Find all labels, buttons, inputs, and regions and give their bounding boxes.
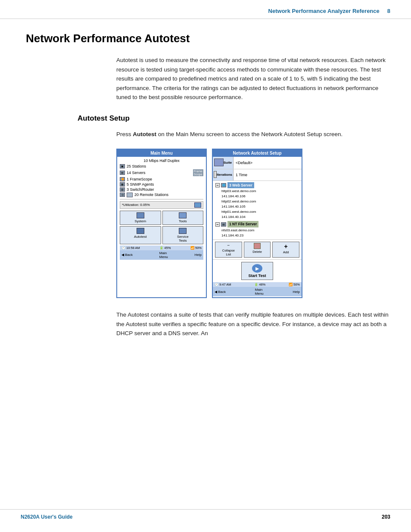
- add-button[interactable]: + Add: [272, 242, 299, 258]
- header-title: Network Performance Analyzer Reference: [268, 8, 380, 14]
- servers-label: 14 Servers: [127, 171, 146, 175]
- page-footer: N2620A User's Guide 203: [0, 509, 411, 520]
- header-page-number: 8: [387, 8, 390, 14]
- snmp-label: 5 SNMP Agents: [127, 182, 154, 187]
- iterations-label: Iterations: [213, 169, 234, 180]
- delete-icon: [254, 243, 261, 249]
- switch-row: ▥ 3 Switch/Router: [120, 187, 203, 192]
- nt-server-items: nfs03.east.demo.com 141.184.40.23: [215, 228, 299, 238]
- main-menu-btn[interactable]: MainMenu: [159, 251, 168, 259]
- web-server-item-3: http01.west.demo.com: [221, 209, 299, 215]
- system-icon: [137, 212, 144, 218]
- server-icon: ▤: [120, 171, 125, 175]
- web-server-icon: 🌐: [221, 183, 226, 187]
- add-icon: +: [273, 243, 299, 250]
- help-btn[interactable]: Help: [195, 253, 202, 257]
- main-menu-signal: 📶 50%: [190, 246, 202, 250]
- util-icon: [194, 202, 201, 208]
- remote-label: 20 Remote Stations: [134, 193, 168, 197]
- remote-monitor-icon: [127, 193, 133, 197]
- main-menu-nav: ◀ Back MainMenu Help: [120, 250, 203, 260]
- server-list: − 🌐 3 Web Server http03.west.demo.com 14…: [213, 181, 302, 240]
- setup-main-menu-btn[interactable]: MainMenu: [255, 288, 264, 296]
- divider1: [120, 199, 203, 199]
- body-text-bottom: The Autotest contains a suite of tests t…: [116, 310, 390, 338]
- page-header: Network Performance Analyzer Reference 8: [0, 0, 411, 19]
- nt-server-icon: ▤: [221, 222, 226, 227]
- stations-label: 25 Stations: [127, 164, 146, 168]
- autotest-button[interactable]: Autotest: [120, 226, 161, 244]
- service-tests-icon: [179, 228, 187, 234]
- setup-time: 🕙 9:47 AM: [215, 283, 231, 286]
- screenshots-container: Main Menu 10 Mbps Half Duplex ▣ 25 Stati…: [116, 149, 390, 299]
- tools-icon: [179, 212, 187, 218]
- system-button[interactable]: System: [120, 211, 161, 225]
- main-menu-title: Main Menu: [117, 149, 206, 157]
- nt-server-label: 1 NT File Server: [227, 221, 258, 227]
- stations-row: ▣ 25 Stations: [120, 164, 203, 168]
- setup-signal: 📶 50%: [289, 283, 300, 286]
- start-test-button[interactable]: ▶ Start Test: [241, 262, 274, 280]
- utilization-text: *Utilization: 0.05%: [122, 203, 150, 207]
- collapse-icon: −: [216, 243, 241, 248]
- setup-help-btn[interactable]: Help: [293, 290, 300, 294]
- start-test-area: ▶ Start Test: [213, 260, 302, 282]
- setup-battery: 🔋 46%: [254, 283, 265, 286]
- web-server-ip-1: 141.184.40.106: [221, 194, 299, 199]
- setup-status-bar: 🕙 9:47 AM 🔋 46% 📶 50%: [213, 282, 302, 287]
- remote-row: ◎ 20 Remote Stations: [120, 193, 203, 197]
- intro-text: Autotest is used to measure the connecti…: [116, 56, 390, 102]
- frame-scope-badge: FrameScope: [193, 169, 203, 176]
- nt-server-ip-1: 141.184.40.23: [221, 233, 299, 238]
- iterations-row: Iterations 1 Time: [213, 169, 302, 181]
- web-server-item-2: http02.west.demo.com: [221, 199, 299, 204]
- service-tests-button[interactable]: ServiceTests: [162, 226, 204, 244]
- back-btn[interactable]: ◀ Back: [121, 253, 133, 257]
- web-server-ip-2: 141.184.40.105: [221, 204, 299, 209]
- collapse-list-button[interactable]: − CollapseList: [215, 242, 242, 258]
- iterations-value: 1 Time: [234, 169, 302, 180]
- tools-label: Tools: [179, 219, 187, 223]
- tools-button[interactable]: Tools: [162, 211, 204, 225]
- service-tests-label: ServiceTests: [177, 235, 189, 243]
- duplex-label: 10 Mbps Half Duplex: [120, 159, 203, 163]
- web-server-items: http03.west.demo.com 141.184.40.106 http…: [215, 189, 299, 220]
- footer-left: N2620A User's Guide: [21, 514, 72, 520]
- switch-icon: ▥: [120, 187, 125, 192]
- main-menu-screen: Main Menu 10 Mbps Half Duplex ▣ 25 Stati…: [116, 149, 207, 299]
- web-server-ip-3: 141.184.40.104: [221, 215, 299, 220]
- setup-back-btn[interactable]: ◀ Back: [215, 290, 226, 294]
- switch-label: 3 Switch/Router: [127, 187, 154, 192]
- subsection-title: Autotest Setup: [78, 114, 390, 123]
- setup-title: Network Autotest Setup: [213, 149, 302, 157]
- main-menu-status-bar: 🕙 10:58 AM 🔋 45% 📶 50%: [120, 246, 203, 250]
- start-test-icon: ▶: [252, 264, 262, 273]
- footer-right: 203: [382, 514, 390, 520]
- main-content: Network Performance Autotest Autotest is…: [0, 19, 411, 363]
- section-title: Network Performance Autotest: [26, 32, 390, 45]
- subsection-intro: Press Autotest on the Main Menu screen t…: [116, 130, 390, 139]
- web-server-item-1: http03.west.demo.com: [221, 189, 299, 194]
- action-buttons-row: − CollapseList Delete + Add: [213, 240, 302, 260]
- framescope-icon: 🔶: [120, 177, 125, 181]
- suite-label: Suite: [213, 157, 234, 169]
- delete-button[interactable]: Delete: [244, 242, 271, 258]
- autotest-bold: Autotest: [133, 131, 156, 137]
- nt-server-group-header: − ▤ 1 NT File Server: [215, 221, 299, 227]
- system-label: System: [134, 219, 146, 223]
- suite-row: Suite <Default>: [213, 157, 302, 169]
- autotest-icon: [137, 228, 144, 234]
- collapse-web-btn[interactable]: −: [215, 183, 220, 187]
- snmp-icon: ▦: [120, 182, 125, 187]
- autotest-label: Autotest: [134, 235, 146, 239]
- main-menu-battery: 🔋 45%: [159, 246, 171, 250]
- servers-row: ▤ 14 Servers FrameScope: [120, 169, 203, 176]
- framescope-row: 🔶 1 FrameScope: [120, 177, 203, 181]
- autotest-setup-screen: Network Autotest Setup Suite <Default> I…: [212, 149, 302, 299]
- suite-value: <Default>: [234, 157, 302, 169]
- setup-nav: ◀ Back MainMenu Help: [213, 287, 302, 296]
- collapse-nt-btn[interactable]: −: [215, 222, 220, 227]
- suite-icon: [214, 159, 224, 166]
- utilization-bar: *Utilization: 0.05%: [120, 201, 203, 209]
- nt-server-item-1: nfs03.east.demo.com: [221, 228, 299, 233]
